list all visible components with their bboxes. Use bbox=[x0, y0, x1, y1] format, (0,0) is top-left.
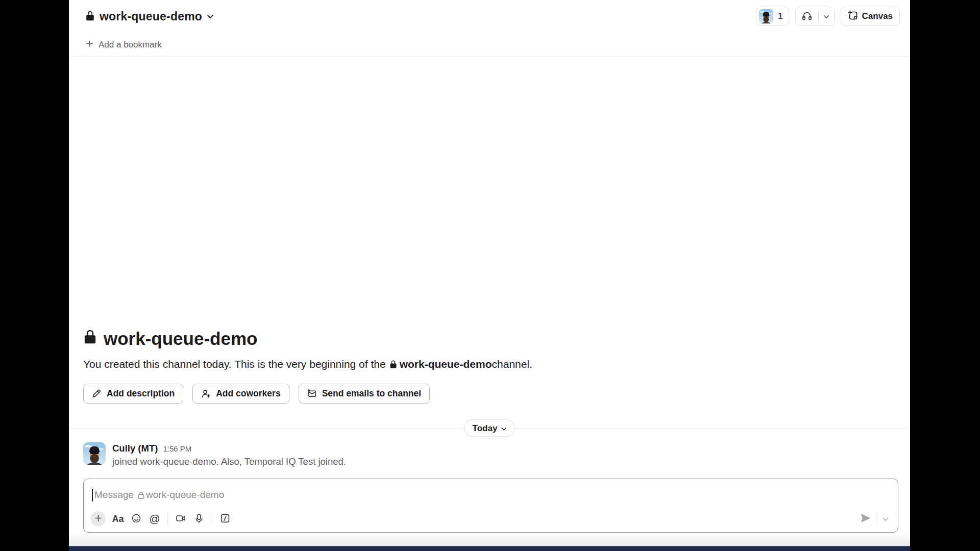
channel-intro-title: work-queue-demo bbox=[83, 329, 896, 349]
send-controls bbox=[856, 511, 892, 527]
header-actions: 1 bbox=[756, 7, 900, 26]
add-coworkers-button[interactable]: Add coworkers bbox=[192, 384, 289, 404]
add-bookmark-button[interactable]: Add a bookmark bbox=[83, 38, 165, 52]
mention-icon: @ bbox=[149, 513, 160, 525]
plus-icon bbox=[94, 514, 102, 523]
channel-intro: work-queue-demo You created this channel… bbox=[69, 329, 910, 418]
mention-button[interactable]: @ bbox=[145, 511, 164, 527]
composer-toolbar: Aa @ bbox=[84, 508, 898, 532]
microphone-icon bbox=[194, 513, 204, 525]
canvas-icon bbox=[848, 10, 858, 23]
canvas-button[interactable]: Canvas bbox=[841, 7, 900, 26]
messages-pane: work-queue-demo You created this channel… bbox=[69, 57, 910, 479]
date-divider: Today bbox=[69, 418, 910, 438]
add-description-button[interactable]: Add description bbox=[83, 384, 183, 404]
composer-input[interactable]: Message work-queue-demo bbox=[84, 479, 898, 508]
lock-icon bbox=[85, 10, 95, 23]
channel-intro-description: You created this channel today. This is … bbox=[83, 357, 896, 371]
format-button[interactable]: Aa bbox=[109, 511, 127, 527]
send-emails-button[interactable]: Send emails to channel bbox=[299, 384, 430, 404]
chevron-down-icon bbox=[501, 423, 506, 433]
format-icon: Aa bbox=[112, 514, 124, 524]
members-button[interactable]: 1 bbox=[756, 7, 789, 26]
lock-icon bbox=[137, 491, 145, 499]
person-add-icon bbox=[201, 389, 211, 398]
huddle-button[interactable] bbox=[796, 7, 818, 26]
chevron-down-icon bbox=[207, 13, 214, 20]
text-cursor bbox=[92, 489, 93, 502]
intro-actions: Add description Add coworkers Send email… bbox=[83, 384, 896, 404]
intro-text-suffix: channel. bbox=[492, 357, 532, 371]
member-count: 1 bbox=[778, 11, 782, 21]
audio-button[interactable] bbox=[190, 511, 208, 527]
window-bottom-strip bbox=[69, 533, 910, 546]
date-pill-label: Today bbox=[473, 423, 498, 433]
add-coworkers-label: Add coworkers bbox=[216, 388, 280, 399]
chevron-down-icon bbox=[883, 515, 889, 523]
status-bar bbox=[69, 546, 910, 551]
composer-placeholder-prefix: Message bbox=[94, 489, 134, 500]
canvas-label: Canvas bbox=[862, 11, 893, 21]
bookmarks-bar: Add a bookmark bbox=[69, 33, 910, 57]
plus-icon bbox=[86, 40, 93, 50]
video-button[interactable] bbox=[172, 511, 190, 527]
huddle-control bbox=[795, 7, 835, 26]
divider bbox=[877, 513, 877, 524]
message-body: joined work-queue-demo. Also, Temporal I… bbox=[112, 456, 346, 467]
send-emails-label: Send emails to channel bbox=[322, 388, 422, 399]
add-description-label: Add description bbox=[107, 388, 175, 399]
send-button[interactable] bbox=[856, 511, 875, 527]
channel-header: work-queue-demo bbox=[69, 0, 910, 33]
composer-placeholder-channel: work-queue-demo bbox=[146, 489, 224, 500]
pencil-icon bbox=[92, 389, 102, 398]
slack-channel-window: work-queue-demo bbox=[69, 0, 910, 551]
screen: { "header": { "channel_name": "work-queu… bbox=[0, 0, 980, 551]
channel-name: work-queue-demo bbox=[100, 10, 202, 23]
date-pill-button[interactable]: Today bbox=[464, 419, 515, 437]
emoji-button[interactable] bbox=[127, 511, 145, 527]
intro-text-prefix: You created this channel today. This is … bbox=[83, 357, 386, 371]
huddle-options-button[interactable] bbox=[819, 7, 834, 26]
channel-title-button[interactable]: work-queue-demo bbox=[82, 8, 217, 26]
emoji-icon bbox=[131, 513, 141, 525]
email-icon bbox=[307, 389, 317, 398]
divider bbox=[167, 513, 168, 524]
add-bookmark-label: Add a bookmark bbox=[99, 40, 162, 50]
chevron-down-icon bbox=[823, 13, 829, 20]
divider bbox=[212, 513, 212, 524]
message-composer: Message work-queue-demo Aa @ bbox=[83, 479, 898, 533]
message-author[interactable]: Cully (MT) bbox=[112, 443, 158, 454]
member-avatar bbox=[759, 9, 773, 23]
channel-intro-name: work-queue-demo bbox=[104, 329, 257, 349]
shortcuts-button[interactable] bbox=[216, 511, 234, 527]
message-header: Cully (MT) 1:56 PM bbox=[112, 443, 346, 454]
send-plane-icon bbox=[860, 513, 871, 524]
message-timestamp[interactable]: 1:56 PM bbox=[163, 444, 191, 453]
headphones-icon bbox=[801, 10, 813, 22]
lock-icon bbox=[389, 360, 397, 369]
message-row: Cully (MT) 1:56 PM joined work-queue-dem… bbox=[69, 442, 910, 479]
slash-command-icon bbox=[220, 513, 230, 525]
intro-text-channel: work-queue-demo bbox=[400, 357, 492, 371]
video-icon bbox=[176, 513, 186, 525]
avatar[interactable] bbox=[83, 442, 106, 465]
attach-button[interactable] bbox=[90, 511, 106, 527]
lock-icon bbox=[83, 329, 97, 349]
message-content: Cully (MT) 1:56 PM joined work-queue-dem… bbox=[112, 442, 346, 467]
send-options-button[interactable] bbox=[879, 513, 892, 525]
